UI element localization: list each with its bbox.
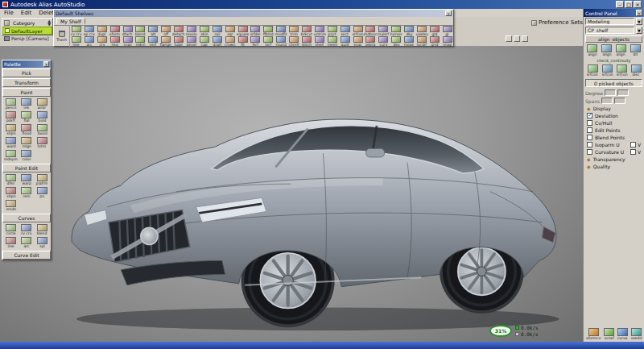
layer-item-defaultlayer[interactable]: DefaultLayer [2,27,52,35]
shelf-tool[interactable]: dupl [96,26,109,36]
palette-tool[interactable]: arc [19,236,34,249]
display-toggle[interactable]: ◆ Display [584,105,644,112]
display-option-row[interactable]: Cv/Hull [584,119,644,127]
palette-tool[interactable]: bvool [35,123,50,136]
cp-shelf-dropdown-arrow-icon[interactable]: ▼ [636,27,642,34]
mode-dropdown-arrow-icon[interactable]: ▼ [636,18,642,25]
shelf-tool[interactable]: round [275,36,287,47]
minimize-button[interactable]: – [616,1,624,8]
display-option-row[interactable]: Blend Points [584,134,644,141]
shelf-tool[interactable]: shell [313,36,326,47]
shelf-tool[interactable]: att [147,26,159,36]
spans-value-v[interactable] [614,98,625,104]
persp-camera-label[interactable]: Persp [Camera] [4,35,49,41]
palette-tool[interactable]: flood [19,123,34,136]
cp-bottom-tool[interactable]: xformcv [585,328,601,340]
palette-tool[interactable]: shpn [3,123,19,136]
shelf-tool[interactable]: blend [134,26,147,36]
palette-tool[interactable]: circle [3,223,19,236]
option-suffix-checkbox[interactable] [630,149,636,155]
shelf-tab-my-shelf[interactable]: My Shelf [56,18,85,24]
shelf-tool[interactable]: mulsrf [377,26,390,36]
palette-tool[interactable]: bold [35,110,50,123]
palette-tool[interactable]: smdn [3,199,19,212]
align-tool[interactable]: align [616,44,626,56]
shelf-tool[interactable]: flange [159,36,172,47]
tab-align-objects[interactable]: align_objects [585,35,642,43]
mode-dropdown[interactable]: Modeling [585,18,634,25]
shelf-tool[interactable]: gld [428,26,441,36]
shelf-tool[interactable]: arc [83,36,96,47]
shelf-tool[interactable]: brkcvt [300,26,313,36]
palette-section-curves[interactable]: Curves [2,214,51,222]
palette-tool[interactable]: rem [19,186,34,199]
surface-tool[interactable]: disc [631,64,642,77]
shelf-tool[interactable]: crown [224,36,237,47]
palette-tool[interactable]: cv crv [19,223,34,236]
transparency-toggle[interactable]: ◆ Transparency [584,156,644,163]
shelf-tool[interactable]: square [237,26,250,36]
shelf-tool[interactable]: fit [237,36,250,47]
shelf-tool[interactable]: tsrf [262,36,275,47]
shelf-tool[interactable]: cv crv [70,26,83,36]
shelf-tool[interactable]: grid [428,36,441,47]
shelf-tool[interactable]: stitch [300,36,313,47]
shelf-tool[interactable]: dev [390,36,402,47]
display-option-row[interactable]: Edit Points [584,127,644,134]
option-checkbox[interactable] [587,135,592,140]
spans-value-u[interactable] [601,98,613,104]
shelf-tool[interactable]: revolv [185,26,198,36]
cp-bottom-tool[interactable]: curva [617,328,628,340]
align-tool[interactable]: align [601,44,612,56]
shelf-tool[interactable]: xform [109,26,122,36]
check-continuity-button[interactable]: check_continuity [584,57,644,64]
shelf-tool[interactable]: mesh [326,36,339,47]
close-button[interactable]: × [634,1,642,8]
shelf-tool[interactable]: off [159,26,172,36]
palette-section-paint-edit[interactable]: Paint Edit [2,164,51,172]
shelf-tool[interactable]: gl [441,26,453,36]
palette-tool[interactable]: airbr [35,98,50,110]
shelves-close-icon[interactable]: × [445,10,452,16]
palette-tool[interactable]: warp [19,173,34,186]
shelf-tool[interactable]: eval [352,36,365,47]
palette-tool[interactable]: blend [35,223,50,236]
align-tool[interactable]: align [587,44,597,56]
palette-tool[interactable]: shpn [3,186,19,199]
palette-section-button[interactable]: Transform [2,78,51,87]
palette-tool[interactable]: dfsn [3,173,19,186]
palette-tool[interactable]: ward [3,136,19,149]
shelf-tool[interactable]: fsrf [249,36,262,47]
palette-tool[interactable]: txtm [35,136,50,149]
shelf-tool[interactable]: trim [287,26,300,36]
shelf-tool[interactable]: nsrf [147,36,159,47]
shelf-trash[interactable]: Trash [54,26,70,47]
shelf-tool[interactable]: curv [377,36,390,47]
palette-tool[interactable]: pdsft [3,110,19,123]
shelf-tool[interactable]: dky [402,26,415,36]
shelf-tool[interactable]: draft [211,36,224,47]
palette-tool[interactable]: spl [35,236,50,249]
shelf-tool[interactable]: bevel [185,36,198,47]
shelf-tool[interactable]: detach [172,26,185,36]
window-titlebar[interactable]: Autodesk Alias AutoStudio – □ × [0,0,644,9]
shelf-tool[interactable]: ep crv [83,26,96,36]
surface-tool[interactable]: srfcon [616,64,628,77]
shelf-tool[interactable]: rail [211,26,224,36]
shelf-tool[interactable]: srfcon [352,26,365,36]
shelf-tool[interactable]: cap [198,36,211,47]
shelf-tool[interactable]: snap [441,36,453,47]
surface-tool[interactable]: srfcon [586,64,598,77]
option-checkbox[interactable] [587,149,592,155]
shelf-tool[interactable]: sect [339,26,352,36]
preference-sets-label[interactable]: Preference Sets [531,19,583,26]
palette-tool[interactable]: line [3,236,19,249]
shelf-tool[interactable]: untrim [313,26,326,36]
control-panel-close-icon[interactable]: × [636,10,642,16]
category-header[interactable]: Category ▲▼ [2,19,52,27]
shelf-tool[interactable]: skin [198,26,211,36]
palette-tool[interactable]: pn [35,186,50,199]
menu-item[interactable]: File [4,10,14,16]
option-checkbox[interactable] [587,127,592,133]
palette-close-icon[interactable]: × [43,61,49,67]
